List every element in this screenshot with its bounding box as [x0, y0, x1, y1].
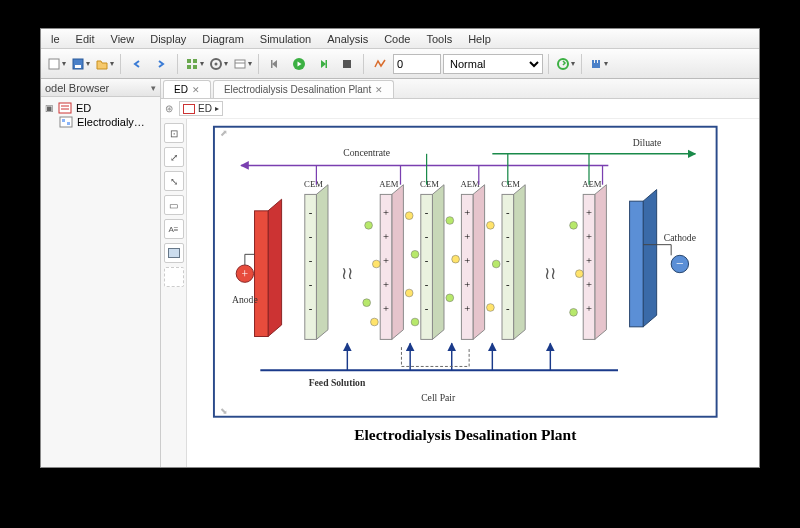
menu-file[interactable]: le: [43, 31, 68, 47]
model-config-button[interactable]: ▾: [207, 53, 229, 75]
svg-point-104: [446, 294, 454, 302]
svg-text:-: -: [309, 255, 313, 266]
image-button[interactable]: [164, 243, 184, 263]
svg-text:+: +: [383, 279, 389, 290]
svg-point-100: [405, 289, 413, 297]
svg-rect-6: [193, 65, 197, 69]
editor-area: ED✕ Electrodialysis Desalination Plant✕ …: [161, 79, 759, 467]
svg-point-108: [570, 221, 578, 229]
menu-diagram[interactable]: Diagram: [194, 31, 252, 47]
svg-rect-17: [592, 60, 594, 63]
tab-ed[interactable]: ED✕: [163, 80, 211, 98]
step-forward-button[interactable]: [312, 53, 334, 75]
menu-help[interactable]: Help: [460, 31, 499, 47]
svg-point-106: [492, 260, 500, 268]
cell-pair-label: Cell Pair: [421, 392, 456, 403]
svg-point-95: [372, 260, 380, 268]
svg-rect-5: [187, 65, 191, 69]
close-icon[interactable]: ✕: [375, 85, 383, 95]
tab-plant[interactable]: Electrodialysis Desalination Plant✕: [213, 80, 394, 98]
menu-code[interactable]: Code: [376, 31, 418, 47]
electrodialysis-diagram-block[interactable]: Electrodialysis Desalination Plant Conce…: [187, 119, 759, 467]
save-button[interactable]: ▾: [69, 53, 91, 75]
menu-simulation[interactable]: Simulation: [252, 31, 319, 47]
svg-rect-9: [235, 60, 245, 68]
nav-back-icon[interactable]: ⊛: [165, 103, 173, 114]
fit-to-view-button[interactable]: ▭: [164, 195, 184, 215]
svg-text:-: -: [506, 255, 510, 266]
run-button[interactable]: [288, 53, 310, 75]
breadcrumb-root[interactable]: ED ▸: [179, 101, 223, 116]
svg-text:≀≀: ≀≀: [544, 263, 556, 283]
menu-display[interactable]: Display: [142, 31, 194, 47]
tree-collapse-icon[interactable]: ▣: [45, 103, 54, 113]
svg-text:+: +: [586, 279, 592, 290]
svg-text:-: -: [309, 303, 313, 314]
svg-text:CEM: CEM: [501, 179, 520, 189]
svg-text:-: -: [425, 231, 429, 242]
annotation-button[interactable]: A≡: [164, 219, 184, 239]
breadcrumb: ⊛ ED ▸: [161, 99, 759, 119]
svg-text:-: -: [309, 279, 313, 290]
svg-text:-: -: [506, 303, 510, 314]
diagram-title: Electrodialysis Desalination Plant: [354, 426, 577, 443]
svg-point-109: [575, 270, 583, 278]
close-icon[interactable]: ✕: [192, 85, 200, 95]
svg-point-98: [405, 212, 413, 220]
tree-child[interactable]: Electrodialysis Desa: [43, 115, 158, 129]
svg-rect-13: [326, 60, 328, 68]
step-back-button[interactable]: [264, 53, 286, 75]
menu-analysis[interactable]: Analysis: [319, 31, 376, 47]
zoom-out-button[interactable]: ⤡: [164, 171, 184, 191]
svg-rect-27: [168, 249, 179, 258]
concentrate-label: Concentrate: [343, 147, 390, 158]
svg-text:+: +: [586, 231, 592, 242]
svg-text:≀≀: ≀≀: [341, 263, 353, 283]
svg-text:Cathode: Cathode: [664, 232, 696, 243]
tree-root[interactable]: ▣ ED: [43, 101, 158, 115]
simulink-window: le Edit View Display Diagram Simulation …: [40, 28, 760, 468]
svg-text:+: +: [586, 255, 592, 266]
svg-text:-: -: [425, 303, 429, 314]
fast-restart-button[interactable]: ▾: [554, 53, 576, 75]
redo-button[interactable]: [150, 53, 172, 75]
new-model-button[interactable]: ▾: [45, 53, 67, 75]
svg-rect-2: [75, 65, 81, 68]
zoom-in-button[interactable]: ⤢: [164, 147, 184, 167]
svg-point-102: [446, 217, 454, 225]
menu-edit[interactable]: Edit: [68, 31, 103, 47]
svg-point-105: [487, 221, 495, 229]
library-browser-button[interactable]: ▾: [183, 53, 205, 75]
svg-point-103: [452, 255, 460, 263]
signal-trace-button[interactable]: [369, 53, 391, 75]
menu-view[interactable]: View: [103, 31, 143, 47]
zoom-fit-button[interactable]: ⊡: [164, 123, 184, 143]
svg-text:+: +: [383, 207, 389, 218]
undo-button[interactable]: [126, 53, 148, 75]
area-button[interactable]: [164, 267, 184, 287]
model-canvas[interactable]: Electrodialysis Desalination Plant Conce…: [187, 119, 759, 467]
model-explorer-button[interactable]: ▾: [231, 53, 253, 75]
simulation-mode-select[interactable]: Normal: [443, 54, 543, 74]
svg-text:-: -: [506, 279, 510, 290]
svg-text:+: +: [242, 268, 249, 281]
svg-rect-16: [592, 63, 600, 68]
svg-text:-: -: [425, 255, 429, 266]
svg-rect-11: [271, 60, 273, 68]
stop-time-input[interactable]: [393, 54, 441, 74]
svg-text:+: +: [464, 303, 470, 314]
open-button[interactable]: ▾: [93, 53, 115, 75]
menu-tools[interactable]: Tools: [418, 31, 460, 47]
svg-point-94: [365, 221, 373, 229]
build-button[interactable]: ▾: [587, 53, 609, 75]
stop-button[interactable]: [336, 53, 358, 75]
panel-dropdown-icon[interactable]: ▾: [151, 83, 156, 93]
svg-point-97: [371, 318, 379, 326]
svg-text:AEM: AEM: [460, 179, 480, 189]
svg-text:+: +: [383, 231, 389, 242]
canvas-palette: ⊡ ⤢ ⤡ ▭ A≡: [161, 119, 187, 467]
svg-text:+: +: [464, 207, 470, 218]
svg-point-96: [363, 299, 371, 307]
svg-text:+: +: [586, 207, 592, 218]
svg-text:⬊: ⬊: [220, 406, 228, 416]
